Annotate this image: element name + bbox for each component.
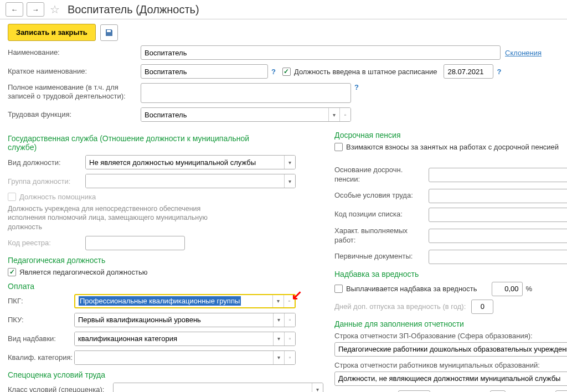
staff-date-input[interactable]: [444, 64, 493, 79]
position-type-input[interactable]: [86, 156, 284, 169]
registry-label: Код реестра:: [8, 239, 85, 247]
spec-class-label: Класс условий (спецоценка):: [8, 385, 113, 392]
harm-cb-label: Выплачивается надбавка за вредность: [346, 285, 477, 293]
spec-section-title: Спецоценка условий труда: [8, 370, 323, 379]
pension-work-input[interactable]: [429, 229, 567, 243]
help-icon[interactable]: ?: [271, 68, 276, 76]
harm-section-title: Надбавка за вредность: [334, 270, 567, 278]
harm-days-input[interactable]: [471, 300, 493, 314]
help-icon-2[interactable]: ?: [497, 68, 501, 76]
qual-cat-input[interactable]: [75, 351, 273, 364]
helper-label: Должность помощника: [19, 193, 96, 201]
pkg-label: ПКГ:: [8, 297, 74, 305]
pension-docs-input[interactable]: [429, 250, 567, 264]
dropdown-button[interactable]: ▾: [273, 351, 284, 364]
dropdown-button[interactable]: ▾: [284, 156, 295, 169]
short-name-input[interactable]: [141, 64, 268, 79]
short-name-label: Краткое наименование:: [8, 67, 141, 76]
dropdown-button[interactable]: ▾: [272, 295, 284, 307]
pku-label: ПКУ:: [8, 316, 74, 324]
harm-days-label: Дней доп. отпуска за вредность (в год):: [334, 302, 466, 311]
save-button[interactable]: [100, 24, 118, 41]
open-button[interactable]: ▫: [284, 351, 295, 364]
full-name-input[interactable]: [141, 83, 351, 103]
name-input[interactable]: [141, 45, 501, 60]
dropdown-button[interactable]: ▾: [312, 383, 323, 392]
declension-link[interactable]: Склонения: [505, 49, 542, 57]
pension-cond-label: Особые условия труда:: [334, 191, 429, 200]
bonus-type-input[interactable]: [75, 332, 273, 345]
pension-section-title: Досрочная пенсия: [334, 131, 567, 140]
harm-checkbox[interactable]: [334, 285, 343, 293]
zp-label: Строка отчетности ЗП-Образование (Сфера …: [334, 332, 567, 340]
staff-checkbox[interactable]: ✓: [282, 68, 291, 76]
ped-section-title: Педагогическая должность: [8, 256, 323, 265]
open-button[interactable]: ▫: [339, 108, 350, 121]
zp-input[interactable]: [334, 342, 567, 357]
helper-checkbox: [8, 193, 16, 201]
form-title: Воспитатель (Должность): [68, 3, 199, 16]
open-button[interactable]: ▫: [284, 313, 295, 327]
harm-value-input[interactable]: [492, 282, 523, 296]
pension-work-label: Характ. выполняемых работ:: [334, 226, 429, 245]
pension-docs-label: Первичные документы:: [334, 252, 429, 261]
pct-label: %: [526, 285, 533, 293]
report-section-title: Данные для заполнения отчетности: [334, 319, 567, 328]
full-name-label: Полное наименование (в т.ч. для записей …: [8, 83, 141, 100]
pkg-input[interactable]: Профессиональные квалификационные группы: [75, 295, 272, 307]
dropdown-button[interactable]: ▾: [273, 332, 284, 345]
pension-basis-input[interactable]: [429, 168, 567, 182]
pension-code-label: Код позиции списка:: [334, 210, 429, 219]
dropdown-button[interactable]: ▾: [328, 108, 339, 121]
ped-checkbox[interactable]: ✓: [8, 268, 16, 276]
registry-input[interactable]: [85, 236, 185, 250]
position-group-label: Группа должности:: [8, 177, 85, 185]
ctrl-input[interactable]: [490, 390, 506, 392]
pension-cb-label: Взимаются взносы за занятых на работах с…: [346, 143, 559, 151]
position-group-input[interactable]: [86, 174, 284, 188]
favorite-star-icon[interactable]: ☆: [48, 2, 62, 17]
qual-cat-label: Квалиф. категория:: [8, 353, 74, 362]
floppy-icon: [105, 28, 114, 37]
pay-section-title: Оплата: [8, 282, 323, 291]
cat-input[interactable]: [555, 390, 567, 392]
pension-basis-label: Основание досрочн. пенсии:: [334, 166, 429, 184]
func-input[interactable]: [141, 108, 328, 121]
dropdown-button[interactable]: ▾: [273, 313, 284, 327]
staff-label: Должность введена в штатное расписание: [294, 68, 437, 76]
gov-section-title: Государственная служба (Отношение должно…: [8, 134, 274, 152]
mun-label: Строка отчетности работников муниципальн…: [334, 361, 567, 369]
pension-checkbox[interactable]: [334, 143, 343, 151]
pension-code-input[interactable]: [429, 208, 567, 222]
spec-class-input[interactable]: [114, 383, 312, 392]
dropdown-button[interactable]: ▾: [284, 174, 295, 188]
save-and-close-button[interactable]: Записать и закрыть: [8, 24, 96, 41]
pension-cond-input[interactable]: [429, 189, 567, 203]
help-icon-3[interactable]: ?: [354, 83, 359, 91]
ped-label: Является педагогической должностью: [19, 268, 148, 276]
mun-input[interactable]: [334, 372, 567, 386]
back-button[interactable]: ←: [6, 2, 23, 17]
open-button[interactable]: ▫: [284, 295, 295, 307]
helper-note: Должность учреждена для непосредственног…: [8, 204, 240, 231]
name-label: Наименование:: [8, 48, 141, 57]
pku-input[interactable]: [75, 313, 273, 327]
okpdtr-input[interactable]: [398, 390, 430, 392]
forward-button[interactable]: →: [27, 2, 44, 17]
open-button[interactable]: ▫: [284, 332, 295, 345]
bonus-type-label: Вид надбавки:: [8, 334, 74, 343]
func-label: Трудовая функция:: [8, 110, 141, 119]
position-type-label: Вид должности:: [8, 158, 85, 167]
